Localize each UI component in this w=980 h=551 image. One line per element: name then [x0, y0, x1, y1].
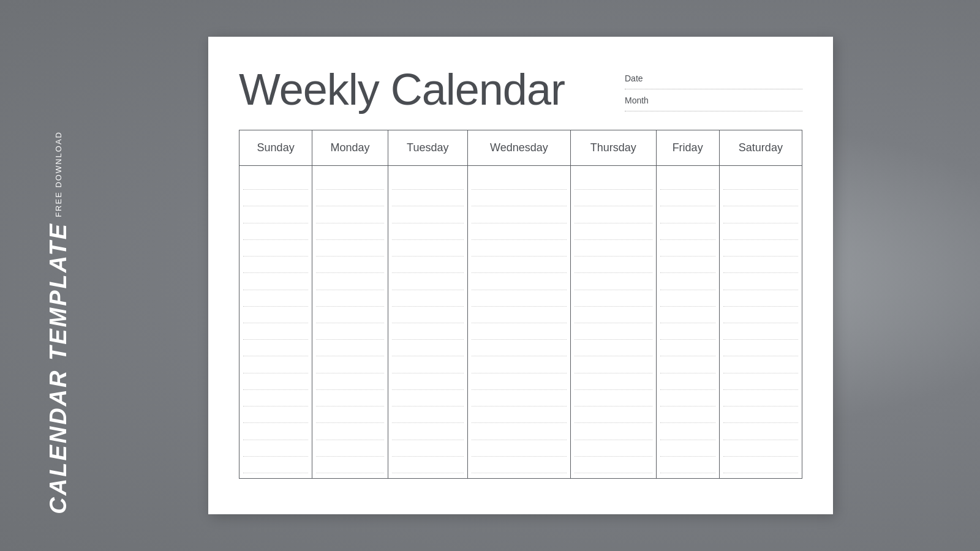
calendar-table: Sunday Monday Tuesday Wednesday Thursday…: [239, 130, 802, 479]
month-field-row: Month: [625, 96, 802, 111]
page-title: Weekly Calendar: [239, 67, 565, 111]
date-field-row: Date: [625, 73, 802, 89]
date-label: Date: [625, 73, 802, 83]
month-line[interactable]: [625, 107, 802, 111]
cell-saturday[interactable]: [719, 166, 802, 479]
col-friday: Friday: [656, 130, 719, 166]
col-tuesday: Tuesday: [388, 130, 467, 166]
cell-friday[interactable]: [656, 166, 719, 479]
col-saturday: Saturday: [719, 130, 802, 166]
cell-lines-thursday: [575, 171, 652, 473]
month-label: Month: [625, 96, 802, 105]
col-sunday: Sunday: [239, 130, 312, 166]
col-monday: Monday: [312, 130, 388, 166]
sidebar-calendar-template-label: CALENDAR TEMPLATE: [45, 222, 72, 514]
sidebar: FREE DOWNLOAD CALENDAR TEMPLATE: [0, 0, 116, 551]
date-line[interactable]: [625, 84, 802, 89]
cell-wednesday[interactable]: [467, 166, 570, 479]
cell-lines-saturday: [723, 171, 798, 473]
cell-sunday[interactable]: [239, 166, 312, 479]
cell-monday[interactable]: [312, 166, 388, 479]
calendar-body-row: [239, 166, 802, 479]
date-fields-container: Date Month: [625, 67, 802, 111]
cell-lines-sunday: [243, 171, 308, 473]
cell-lines-friday: [660, 171, 715, 473]
col-wednesday: Wednesday: [467, 130, 570, 166]
sidebar-free-download-label: FREE DOWNLOAD: [54, 131, 63, 217]
weekly-calendar-card: Weekly Calendar Date Month Sunday Monday…: [208, 37, 833, 514]
cell-lines-tuesday: [392, 171, 464, 473]
cell-tuesday[interactable]: [388, 166, 467, 479]
col-thursday: Thursday: [570, 130, 656, 166]
days-header-row: Sunday Monday Tuesday Wednesday Thursday…: [239, 130, 802, 166]
cell-lines-wednesday: [472, 171, 567, 473]
cell-lines-monday: [316, 171, 384, 473]
card-header: Weekly Calendar Date Month: [239, 67, 802, 111]
cell-thursday[interactable]: [570, 166, 656, 479]
